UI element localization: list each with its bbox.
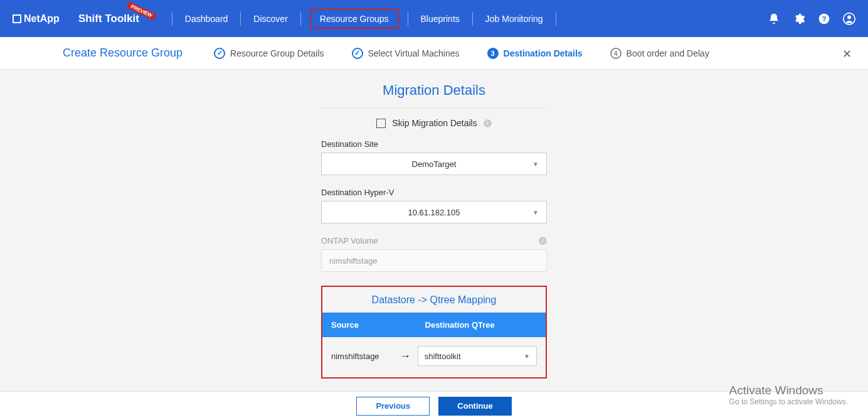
svg-point-3 [847, 15, 851, 19]
user-icon[interactable] [843, 13, 855, 25]
info-icon[interactable]: i [539, 237, 547, 245]
brand-block: NetApp [13, 13, 60, 24]
close-icon[interactable]: ✕ [842, 47, 852, 61]
chevron-down-icon: ▼ [532, 161, 539, 168]
top-right-icons: ? [768, 13, 855, 25]
step-select-vms[interactable]: Select Virtual Machines [352, 48, 460, 59]
main-nav: Dashboard Discover Resource Groups Bluep… [163, 9, 565, 29]
nav-job-monitoring[interactable]: Job Monitoring [482, 11, 547, 26]
mapping-source: nimshiftstage [331, 352, 393, 361]
nav-blueprints[interactable]: Blueprints [417, 11, 463, 26]
chevron-down-icon: ▼ [524, 353, 530, 360]
nav-discover[interactable]: Discover [250, 11, 291, 26]
help-icon[interactable]: ? [818, 13, 830, 25]
wizard-step-bar: Create Resource Group Resource Group Det… [0, 37, 868, 70]
ontap-volume-field: nimshiftstage [321, 249, 547, 272]
dest-hyperv-select[interactable]: 10.61.182.105 ▼ [321, 201, 547, 223]
mapping-header: Source Destination QTree [322, 313, 546, 337]
col-source: Source [322, 313, 416, 337]
dest-hyperv-label: Destination Hyper-V [321, 188, 547, 197]
bell-icon[interactable] [768, 13, 780, 25]
wizard-content: Migration Details Skip Migration Details… [0, 70, 868, 379]
panel-heading: Migration Details [383, 82, 485, 99]
wizard-title: Create Resource Group [63, 46, 183, 60]
arrow-right-icon: → [393, 350, 417, 363]
skip-checkbox[interactable] [376, 119, 386, 128]
skip-label: Skip Migration Details [392, 118, 477, 128]
windows-watermark: Activate Windows Go to Settings to activ… [729, 384, 848, 406]
step-destination-details[interactable]: 3Destination Details [487, 48, 583, 59]
datastore-qtree-mapping: Datastore -> Qtree Mapping Source Destin… [321, 286, 547, 379]
step-boot-order[interactable]: 4Boot order and Delay [610, 48, 709, 59]
continue-button[interactable]: Continue [438, 397, 511, 416]
chevron-down-icon: ▼ [532, 209, 539, 216]
netapp-logo: NetApp [13, 13, 60, 24]
destination-qtree-select[interactable]: shifttoolkit ▼ [418, 346, 537, 366]
nav-dashboard[interactable]: Dashboard [181, 11, 232, 26]
dest-site-select[interactable]: DemoTarget ▼ [321, 153, 547, 175]
migration-form: Skip Migration Details i Destination Sit… [321, 107, 547, 379]
mapping-title: Datastore -> Qtree Mapping [322, 287, 546, 313]
col-destination: Destination QTree [416, 313, 546, 337]
product-name: Shift Toolkit PREVIEW [78, 13, 139, 25]
skip-row: Skip Migration Details i [321, 118, 547, 128]
top-navbar: NetApp Shift Toolkit PREVIEW Dashboard D… [0, 0, 868, 37]
step-resource-group-details[interactable]: Resource Group Details [214, 48, 324, 59]
company-name: NetApp [24, 13, 60, 24]
svg-text:?: ? [822, 14, 826, 23]
nav-resource-groups[interactable]: Resource Groups [310, 9, 399, 29]
dest-site-label: Destination Site [321, 139, 547, 149]
info-icon[interactable]: i [484, 119, 492, 127]
ontap-volume-label: ONTAP Volume i [321, 236, 547, 245]
previous-button[interactable]: Previous [356, 397, 430, 416]
mapping-row: nimshiftstage → shifttoolkit ▼ [322, 337, 546, 377]
gear-icon[interactable] [793, 13, 805, 25]
